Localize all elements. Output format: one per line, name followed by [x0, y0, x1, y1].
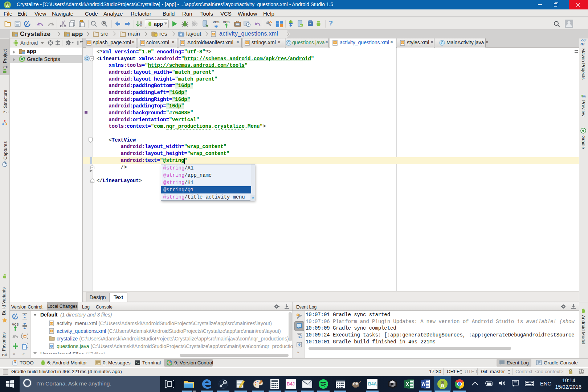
- svg-text:C: C: [287, 41, 290, 45]
- svg-text:i: i: [51, 345, 52, 348]
- svg-text:C: C: [441, 41, 444, 45]
- svg-text:<>: <>: [212, 33, 215, 36]
- svg-text:<>: <>: [181, 41, 184, 44]
- svg-text:<>: <>: [141, 41, 144, 44]
- svg-text:<>: <>: [246, 41, 249, 44]
- svg-text:01: 01: [140, 25, 143, 28]
- svg-text:<>: <>: [334, 41, 336, 44]
- svg-text:<>: <>: [50, 322, 53, 325]
- svg-text:<>: <>: [401, 41, 404, 44]
- svg-text:<>: <>: [87, 41, 90, 44]
- svg-text:<>: <>: [50, 330, 53, 332]
